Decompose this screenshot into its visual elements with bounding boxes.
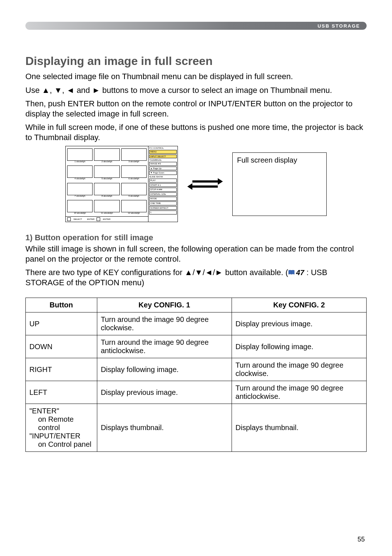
thumbnail-menu-illustration: 1 abcdefgh 2 abcdefgh 3 abcdefgh 4 abcde… (65, 146, 178, 222)
cell-c1: Display previous image. (97, 381, 232, 404)
thumb-cell: 9 abcdefgh (121, 183, 147, 195)
side-slide-title: SLIDE SHOW (149, 176, 177, 178)
enter-l2a: on Remote control (29, 415, 93, 432)
thumb-cell: 6 abcdefgh (121, 165, 147, 178)
thumb-cell: 7 abcdefgh (67, 183, 93, 195)
thumb-caption: 1 abcdefgh (68, 160, 92, 163)
cell-c1: Turn around the image 90 degree anticloc… (97, 335, 232, 358)
thumb-caption: 12 abcdefgh (122, 212, 146, 214)
table-row: UP Turn around the image 90 degree clock… (26, 312, 367, 335)
side-menu: MENU (149, 150, 177, 154)
footer-enter-l: ENTER (87, 218, 94, 220)
thumbnail-side-panel: P.C CONTROL MENU INPUT SELECT THUMBNAIL … (148, 146, 177, 222)
thumbnail-footer: :SELECT ENTER :ENTER (66, 216, 148, 222)
thumb-caption: 2 abcdefgh (94, 160, 119, 163)
thumb-caption: 8 abcdefgh (94, 195, 119, 197)
manual-page: USB STORAGE Displaying an image in full … (0, 0, 392, 556)
sub-p2: There are two type of KEY configurations… (25, 267, 367, 287)
footer-select: :SELECT (73, 218, 82, 220)
cell-button: RIGHT (26, 358, 97, 381)
section-p2b: buttons to move a cursor to select an im… (100, 86, 332, 95)
arrow-list: ▲, ▼, ◄ and ► (42, 86, 100, 95)
thumb-caption: 7 abcdefgh (68, 195, 92, 197)
table-header-row: Button Key CONFIG. 1 Key CONFIG. 2 (26, 298, 367, 312)
cell-c2: Turn around the image 90 degree clockwis… (232, 358, 366, 381)
sub-p1: While still image is shown in full scree… (25, 244, 367, 264)
table-row: DOWN Turn around the image 90 degree ant… (26, 335, 367, 358)
thumb-cell: 2 abcdefgh (94, 148, 119, 161)
footer-enter-r: :ENTER (102, 218, 110, 220)
side-mode: MODE (149, 197, 177, 201)
thumb-cell: 10 abcdefgh (67, 200, 93, 212)
cell-c1: Displays thumbnail. (97, 404, 232, 452)
side-page-up: ▲ Page Up (149, 167, 177, 171)
thumb-cell: 11 abcdefgh (94, 200, 119, 212)
section-p2a: Use (25, 86, 42, 95)
arrow-right-icon (192, 180, 218, 183)
side-one-time: ONE TIME (149, 201, 177, 205)
side-start: START # 1 (149, 183, 177, 187)
dpad-icon (67, 217, 71, 221)
enter-icon (97, 217, 100, 221)
diagram-row: 1 abcdefgh 2 abcdefgh 3 abcdefgh 4 abcde… (25, 146, 367, 222)
thumb-caption: 6 abcdefgh (122, 177, 146, 180)
cell-button: LEFT (26, 381, 97, 404)
thumb-caption: 5 abcdefgh (94, 177, 119, 180)
thumb-caption: 3 abcdefgh (122, 160, 146, 163)
thumb-caption: 11 abcdefgh (94, 212, 119, 214)
table-row: RIGHT Display following image. Turn arou… (26, 358, 367, 381)
side-image: IMAGE #/3 (149, 162, 177, 166)
thumb-cell: 8 abcdefgh (94, 183, 119, 195)
table-row-enter: "ENTER" on Remote control "INPUT/ENTER o… (26, 404, 367, 452)
side-play: PLAY (149, 179, 177, 183)
thumb-cell: 12 abcdefgh (121, 200, 147, 212)
thumb-cell: 4 abcdefgh (67, 165, 93, 178)
transition-arrows (189, 180, 221, 188)
manual-ref: 47 (288, 268, 304, 277)
section-p3: Then, push ENTER button on the remote co… (25, 99, 367, 119)
full-screen-illustration: Full screen display (232, 152, 327, 216)
cell-c2: Display previous image. (232, 312, 366, 335)
header-section-label: USB STORAGE (318, 23, 360, 29)
th-button: Button (26, 298, 97, 312)
manual-ref-no: 47 (296, 268, 304, 277)
cell-button: DOWN (26, 335, 97, 358)
thumb-cell: 3 abcdefgh (121, 148, 147, 161)
sub-p2a: There are two type of KEY configurations… (25, 268, 185, 277)
thumb-cell: 1 abcdefgh (67, 148, 93, 161)
book-icon (288, 270, 295, 275)
thumbnail-grid: 1 abcdefgh 2 abcdefgh 3 abcdefgh 4 abcde… (66, 146, 148, 216)
sub-p2b: button available. ( (223, 268, 288, 277)
thumb-cell: 5 abcdefgh (94, 165, 119, 178)
side-interval: INTERVAL 123s (149, 192, 177, 196)
full-screen-label: Full screen display (237, 156, 297, 164)
subsection-title: 1) Button operation for still image (25, 233, 367, 242)
thumb-caption: 10 abcdefgh (68, 212, 92, 214)
enter-l2b: on Control panel (29, 440, 93, 449)
section-p1: One selected image file on Thumbnail men… (25, 71, 367, 82)
page-content: Displaying an image in full screen One s… (25, 54, 367, 452)
enter-l1b: "INPUT/ENTER (29, 432, 93, 440)
thumbnail-grid-wrap: 1 abcdefgh 2 abcdefgh 3 abcdefgh 4 abcde… (66, 146, 148, 222)
th-config2: Key CONFIG. 2 (232, 298, 366, 312)
cell-button: UP (26, 312, 97, 335)
cell-c1: Turn around the image 90 degree clockwis… (97, 312, 232, 335)
cell-c2: Displays thumbnail. (232, 404, 366, 452)
table-row: LEFT Display previous image. Turn around… (26, 381, 367, 404)
cell-button-enter: "ENTER" on Remote control "INPUT/ENTER o… (26, 404, 97, 452)
side-screen-effect: SCREEN EFFECT (149, 206, 177, 210)
side-stop: STOP # ### (149, 188, 177, 192)
cell-c2: Display following image. (232, 335, 366, 358)
enter-l1a: "ENTER" (29, 407, 93, 415)
side-input-select: INPUT SELECT (149, 155, 177, 159)
cell-c1: Display following image. (97, 358, 232, 381)
th-config1: Key CONFIG. 1 (97, 298, 232, 312)
side-screen-effect-val: 1 (149, 210, 177, 214)
key-config-table: Button Key CONFIG. 1 Key CONFIG. 2 UP Tu… (25, 298, 367, 452)
header-bar: USB STORAGE (25, 22, 367, 30)
section-p2: Use ▲, ▼, ◄ and ► buttons to move a curs… (25, 85, 367, 95)
side-thumbnail-title: THUMBNAIL (149, 159, 177, 161)
arrow-left-icon (192, 185, 218, 188)
thumb-caption: 4 abcdefgh (68, 177, 92, 180)
section-p4: While in full screen mode, if one of the… (25, 122, 367, 142)
